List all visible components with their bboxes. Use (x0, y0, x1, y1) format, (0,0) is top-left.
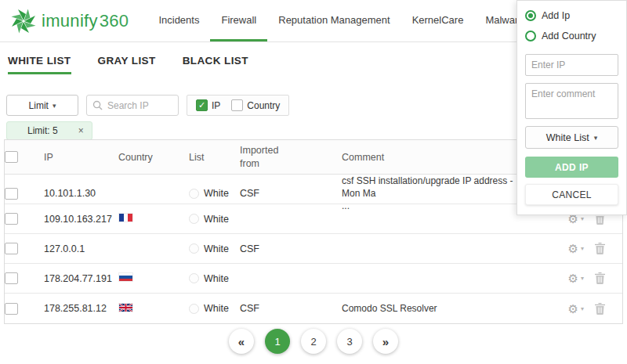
radio-selected-icon[interactable] (525, 10, 536, 21)
ip-checkbox[interactable]: ✓ (196, 99, 208, 111)
row-checkbox[interactable] (5, 303, 18, 315)
select-all-checkbox[interactable] (5, 151, 18, 163)
comment-cell: Comodo SSL Resolver (342, 302, 530, 315)
chevron-down-icon: ▾ (581, 245, 584, 252)
search-box[interactable] (86, 95, 179, 116)
country-flag-cell (118, 303, 189, 315)
pagination-next-button[interactable]: » (373, 329, 398, 354)
search-ip-input[interactable] (107, 100, 170, 111)
nav-item-firewall[interactable]: Firewall (210, 0, 267, 41)
delete-button[interactable] (595, 243, 605, 254)
list-cell: White (189, 303, 240, 314)
limit-dropdown-button[interactable]: Limit ▾ (6, 95, 78, 116)
add-ip-panel: Add Ip Add Country White List ▾ ADD IP C… (516, 0, 627, 215)
table-row: 178.255.81.12 White CSF Comodo SSL Resol… (5, 294, 622, 323)
tab-gray-list[interactable]: GRAY LIST (98, 55, 156, 74)
ip-cell: 178.255.81.12 (44, 303, 118, 314)
nav-item-incidents[interactable]: Incidents (147, 0, 210, 41)
table-row: 178.204.77.191 White ⚙ ▾ (5, 264, 622, 294)
trash-icon (595, 303, 605, 315)
pagination-page-2[interactable]: 2 (301, 329, 326, 354)
pagination-prev-button[interactable]: « (229, 329, 254, 354)
imported-from-cell: CSF (240, 188, 342, 199)
row-checkbox[interactable] (5, 272, 18, 284)
list-label: White (204, 303, 229, 314)
nav-item-reputation-management[interactable]: Reputation Management (267, 0, 400, 41)
add-country-radio-item[interactable]: Add Country (525, 31, 618, 41)
ip-cell: 10.101.1.30 (44, 188, 118, 199)
enter-comment-textarea[interactable] (525, 83, 618, 119)
comment-cell: csf SSH installation/upgrade IP address … (342, 175, 530, 213)
gb-flag-icon (119, 304, 132, 312)
chip-label: Limit: 5 (27, 125, 58, 136)
gear-icon: ⚙ (568, 243, 578, 254)
enter-ip-input[interactable] (525, 54, 618, 76)
radio-unselected-icon[interactable] (525, 31, 536, 41)
col-header-country: Country (118, 152, 189, 163)
white-list-dot-icon (189, 243, 199, 254)
add-ip-button[interactable]: ADD IP (525, 157, 618, 178)
imported-from-cell: CSF (240, 303, 342, 314)
gb-flag-icon (118, 303, 133, 312)
chevron-down-icon: ▾ (581, 275, 584, 282)
country-flag-cell (118, 272, 189, 284)
ip-checkbox-label: IP (212, 100, 220, 111)
delete-button[interactable] (595, 303, 605, 315)
list-select-dropdown[interactable]: White List ▾ (525, 126, 618, 149)
ru-flag-icon (118, 272, 133, 282)
country-flag-cell (118, 213, 189, 225)
search-type-group: ✓ IP Country (187, 95, 289, 116)
chevron-down-icon: ▾ (594, 134, 598, 142)
list-select-value: White List (546, 132, 589, 143)
white-list-dot-icon (189, 304, 199, 314)
list-cell: White (189, 243, 240, 254)
ip-cell: 178.204.77.191 (44, 273, 118, 284)
limit-label: Limit (29, 100, 49, 111)
list-cell: White (189, 214, 240, 225)
chevron-down-icon: ▾ (53, 102, 56, 110)
col-header-imported-from: Imported from (240, 144, 288, 170)
table-row: 127.0.0.1 White CSF ⚙ ▾ (5, 234, 622, 264)
col-header-ip: IP (44, 152, 118, 163)
col-header-comment: Comment (342, 152, 530, 163)
chip-close-icon[interactable]: × (78, 125, 84, 136)
list-label: White (204, 243, 229, 254)
gear-dropdown-button[interactable]: ⚙ ▾ (568, 272, 584, 284)
add-country-radio-label: Add Country (542, 31, 596, 41)
gear-icon: ⚙ (568, 303, 578, 315)
cancel-button[interactable]: CANCEL (525, 184, 618, 205)
tab-black-list[interactable]: BLACK LIST (183, 55, 248, 74)
trash-icon (595, 272, 605, 284)
add-ip-radio-label: Add Ip (542, 10, 570, 21)
list-cell: White (189, 273, 240, 284)
tab-white-list[interactable]: WHITE LIST (8, 55, 71, 74)
pagination-page-3[interactable]: 3 (337, 329, 362, 354)
imported-from-cell: CSF (240, 243, 342, 254)
gear-dropdown-button[interactable]: ⚙ ▾ (568, 303, 584, 315)
white-list-dot-icon (189, 273, 199, 283)
ip-cell: 109.10.163.217 (44, 214, 118, 225)
imunify360-logo[interactable]: imunify360 (11, 0, 129, 41)
row-checkbox[interactable] (5, 188, 18, 200)
list-label: White (204, 273, 229, 284)
white-list-dot-icon (189, 189, 199, 199)
ip-checkbox-item[interactable]: ✓ IP (196, 99, 220, 111)
country-checkbox-label: Country (247, 100, 280, 111)
row-checkbox[interactable] (5, 213, 18, 225)
delete-button[interactable] (595, 272, 605, 284)
add-ip-radio-item[interactable]: Add Ip (525, 10, 618, 21)
ip-cell: 127.0.0.1 (44, 243, 118, 254)
white-list-dot-icon (189, 214, 199, 224)
search-icon (92, 100, 103, 110)
limit-filter-chip: Limit: 5 × (6, 121, 92, 140)
nav-item-kernelcare[interactable]: KernelCare (401, 0, 475, 41)
country-checkbox-item[interactable]: Country (231, 99, 280, 111)
fr-flag-icon (118, 213, 133, 222)
pagination-page-1[interactable]: 1 (265, 329, 290, 354)
gear-icon: ⚙ (568, 272, 578, 284)
row-actions: ⚙ ▾ (568, 303, 622, 315)
row-checkbox[interactable] (5, 243, 18, 254)
chevron-down-icon: ▾ (581, 305, 584, 312)
country-checkbox[interactable] (231, 99, 243, 111)
gear-dropdown-button[interactable]: ⚙ ▾ (568, 243, 584, 254)
